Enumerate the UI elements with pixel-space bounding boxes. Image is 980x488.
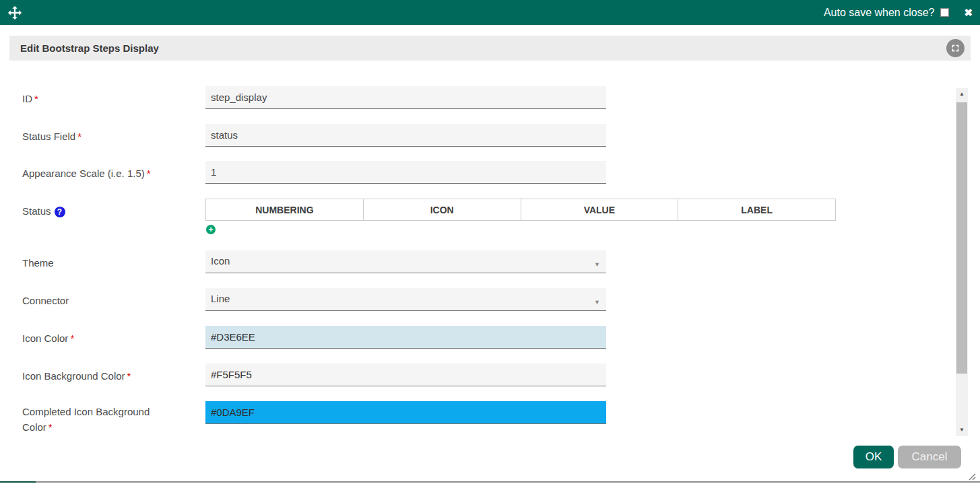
status-column-label: LABEL — [678, 199, 836, 221]
move-icon[interactable] — [7, 4, 25, 22]
dialog-bottom-border — [0, 481, 980, 483]
chevron-down-icon: ▼ — [594, 291, 600, 313]
completed-icon-background-color-label: Completed Icon Background Color* — [22, 404, 178, 435]
connector-selected-value: Line — [211, 293, 230, 304]
status-table: NUMBERING ICON VALUE LABEL — [205, 199, 836, 221]
status-column-numbering: NUMBERING — [205, 199, 364, 221]
appearance-scale-input[interactable] — [205, 161, 606, 184]
required-marker: * — [70, 333, 74, 344]
scroll-down-icon[interactable]: ▼ — [956, 424, 968, 436]
required-marker: * — [127, 370, 131, 382]
icon-color-label: Icon Color* — [22, 330, 187, 346]
add-status-row-icon[interactable]: + — [206, 225, 216, 234]
dialog-titlebar: Auto save when close? ✖ — [0, 0, 980, 25]
appearance-scale-label: Appearance Scale (i.e. 1.5)* — [22, 166, 187, 181]
id-label: ID* — [22, 91, 187, 106]
icon-background-color-input[interactable] — [205, 363, 606, 386]
autosave-label: Auto save when close? — [824, 7, 935, 19]
chevron-down-icon: ▼ — [594, 254, 600, 275]
connector-select[interactable]: Line ▼ — [205, 288, 606, 311]
cancel-button[interactable]: Cancel — [898, 446, 961, 468]
ok-button[interactable]: OK — [853, 446, 894, 468]
edit-dialog: Auto save when close? ✖ Edit Bootstrap S… — [0, 0, 980, 488]
theme-selected-value: Icon — [211, 255, 230, 267]
status-field-input[interactable] — [205, 124, 606, 147]
expand-icon[interactable] — [946, 39, 965, 57]
status-column-value: VALUE — [521, 199, 679, 221]
id-input[interactable] — [205, 86, 606, 109]
required-marker: * — [77, 131, 81, 142]
connector-label: Connector — [22, 293, 187, 308]
page-title: Edit Bootstrap Steps Display — [20, 42, 159, 54]
completed-icon-background-color-input[interactable] — [205, 401, 606, 424]
scroll-up-icon[interactable]: ▲ — [956, 88, 968, 100]
vertical-scrollbar[interactable]: ▲ ▼ — [956, 88, 968, 436]
required-marker: * — [34, 93, 38, 104]
dialog-bottom-border-accent — [0, 481, 36, 483]
icon-color-input[interactable] — [205, 326, 606, 349]
icon-background-color-label: Icon Background Color* — [22, 368, 187, 384]
status-column-icon: ICON — [364, 199, 521, 221]
autosave-checkbox[interactable] — [940, 8, 949, 17]
close-icon[interactable]: ✖ — [964, 7, 973, 18]
resize-grip-icon[interactable] — [967, 471, 976, 483]
required-marker: * — [147, 168, 151, 179]
dialog-header: Edit Bootstrap Steps Display — [9, 36, 971, 61]
status-label: Status? — [22, 203, 187, 219]
scrollbar-thumb[interactable] — [956, 102, 967, 374]
required-marker: * — [48, 421, 53, 433]
theme-select[interactable]: Icon ▼ — [205, 250, 606, 273]
help-icon[interactable]: ? — [55, 207, 65, 217]
status-field-label: Status Field* — [22, 129, 187, 144]
theme-label: Theme — [22, 255, 187, 271]
